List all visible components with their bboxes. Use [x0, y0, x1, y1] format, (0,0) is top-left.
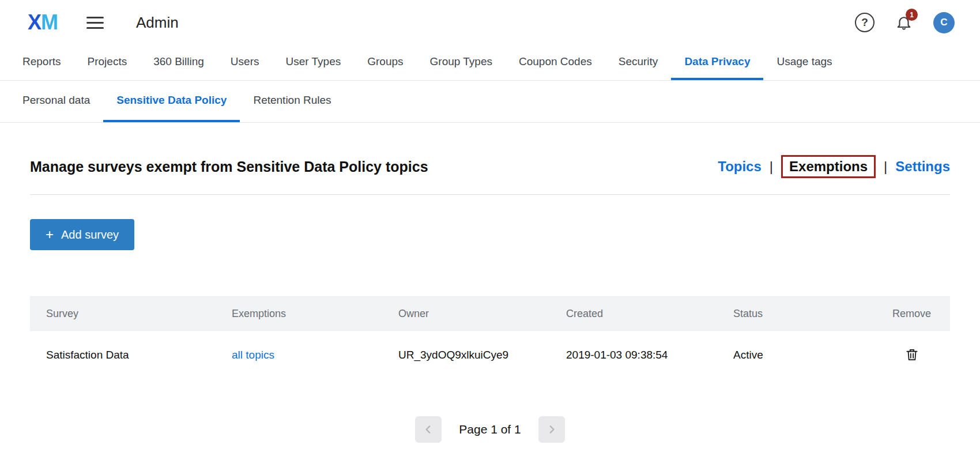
tab-usage-tags[interactable]: Usage tags: [763, 45, 845, 80]
settings-link[interactable]: Settings: [895, 159, 950, 175]
exemptions-table: Survey Exemptions Owner Created Status R…: [30, 296, 950, 379]
column-header-remove: Remove: [873, 308, 950, 320]
column-header-status: Status: [717, 308, 873, 320]
pagination: Page 1 of 1: [30, 416, 950, 443]
page-indicator: Page 1 of 1: [459, 423, 521, 436]
tab-360-billing[interactable]: 360 Billing: [140, 45, 217, 80]
tab-reports[interactable]: Reports: [9, 45, 74, 80]
xm-logo: X M: [28, 10, 58, 35]
table-header-row: Survey Exemptions Owner Created Status R…: [30, 296, 950, 331]
status-cell: Active: [717, 349, 873, 361]
logo-letter-x: X: [28, 10, 41, 35]
page-title-admin: Admin: [136, 14, 179, 32]
topics-link[interactable]: Topics: [718, 159, 762, 175]
created-cell: 2019-01-03 09:38:54: [550, 349, 717, 361]
separator: |: [770, 159, 773, 175]
column-header-created: Created: [550, 308, 717, 320]
table-row: Satisfaction Data all topics UR_3ydOQ9xl…: [30, 331, 950, 379]
add-survey-button[interactable]: + Add survey: [30, 219, 134, 250]
notification-badge: 1: [906, 9, 918, 21]
subtab-personal-data[interactable]: Personal data: [9, 81, 103, 122]
divider: [30, 194, 950, 195]
tab-group-types[interactable]: Group Types: [417, 45, 506, 80]
top-bar-actions: ? 1 C: [855, 12, 955, 33]
help-icon[interactable]: ?: [855, 13, 875, 32]
owner-cell: UR_3ydOQ9xlkuiCye9: [382, 349, 550, 361]
previous-page-button[interactable]: [415, 416, 442, 443]
exemptions-link[interactable]: Exemptions: [781, 155, 876, 178]
remove-survey-button[interactable]: [902, 345, 922, 366]
column-header-survey: Survey: [30, 308, 216, 320]
add-survey-label: Add survey: [61, 228, 119, 242]
chevron-left-icon: [423, 424, 434, 435]
column-header-owner: Owner: [382, 308, 550, 320]
all-topics-link[interactable]: all topics: [232, 349, 274, 361]
tab-security[interactable]: Security: [605, 45, 672, 80]
separator: |: [884, 159, 887, 175]
logo-letter-m: M: [41, 10, 58, 35]
subtab-sensitive-data-policy[interactable]: Sensitive Data Policy: [103, 81, 240, 122]
plus-icon: +: [46, 228, 54, 242]
tab-users[interactable]: Users: [217, 45, 273, 80]
hamburger-menu-icon[interactable]: [86, 17, 104, 29]
main-content: Manage surveys exempt from Sensitive Dat…: [0, 155, 980, 443]
notifications-button[interactable]: 1: [895, 14, 913, 31]
column-header-exemptions: Exemptions: [216, 308, 382, 320]
heading-row: Manage surveys exempt from Sensitive Dat…: [30, 155, 950, 178]
next-page-button[interactable]: [538, 416, 565, 443]
tab-coupon-codes[interactable]: Coupon Codes: [506, 45, 605, 80]
survey-name-cell: Satisfaction Data: [30, 349, 216, 361]
tab-data-privacy[interactable]: Data Privacy: [671, 45, 763, 80]
tab-projects[interactable]: Projects: [74, 45, 141, 80]
view-switcher: Topics | Exemptions | Settings: [718, 155, 950, 178]
top-bar: X M Admin ? 1 C: [0, 0, 980, 45]
tab-user-types[interactable]: User Types: [272, 45, 354, 80]
subtab-retention-rules[interactable]: Retention Rules: [240, 81, 344, 122]
chevron-right-icon: [546, 424, 557, 435]
tab-groups[interactable]: Groups: [354, 45, 416, 80]
data-privacy-subnav: Personal data Sensitive Data Policy Rete…: [0, 81, 980, 123]
section-heading: Manage surveys exempt from Sensitive Dat…: [30, 159, 428, 175]
avatar[interactable]: C: [933, 12, 955, 33]
trash-icon: [904, 347, 919, 362]
admin-primary-nav: Reports Projects 360 Billing Users User …: [0, 45, 980, 81]
